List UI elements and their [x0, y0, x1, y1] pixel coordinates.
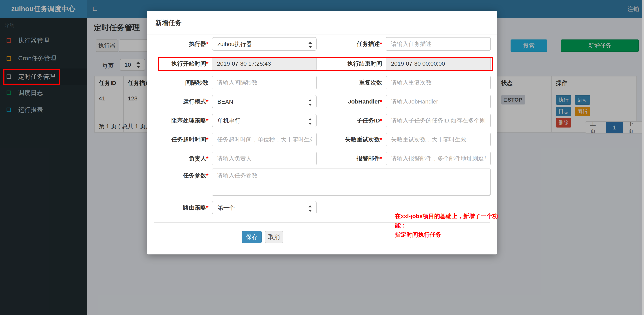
add-task-modal: 新增任务 执行器* zuihou执行器 任务描述* 执行开始时间* 执行结束时间… [147, 11, 497, 254]
run-mode-label: 运行模式* [154, 98, 212, 106]
timeout-input[interactable] [212, 133, 316, 146]
retry-input[interactable] [386, 133, 491, 146]
feature-note-line2: 指定时间执行任务 [395, 230, 503, 239]
run-mode-select[interactable]: BEAN [212, 95, 316, 108]
retry-label: 失败重试次数* [316, 136, 386, 144]
job-desc-input[interactable] [386, 37, 491, 51]
start-time-label: 执行开始时间* [154, 60, 212, 68]
route-strategy-select-wrap: 第一个 [212, 201, 316, 214]
browser-scrollbar[interactable] [642, 0, 644, 315]
start-time-input[interactable] [212, 57, 316, 70]
cancel-button[interactable]: 取消 [265, 231, 283, 243]
child-job-label: 子任务ID* [316, 117, 386, 125]
repeat-input[interactable] [386, 76, 491, 89]
feature-note: 在xxl-jobs项目的基础上，新增了一个功能： 指定时间执行任务 [395, 211, 503, 239]
job-param-label: 任务参数* [154, 169, 212, 196]
timeout-label: 任务超时时间* [154, 136, 212, 144]
executor-select-wrap: zuihou执行器 [212, 37, 316, 51]
owner-label: 负责人* [154, 155, 212, 163]
run-mode-select-wrap: BEAN [212, 95, 316, 108]
save-button[interactable]: 保存 [242, 231, 262, 243]
executor-select[interactable]: zuihou执行器 [212, 37, 316, 51]
modal-header: 新增任务 [147, 11, 497, 35]
job-handler-input[interactable] [386, 95, 491, 108]
modal-title: 新增任务 [155, 18, 182, 27]
job-param-textarea[interactable] [212, 169, 491, 196]
route-strategy-label: 路由策略* [154, 204, 212, 212]
repeat-label: 重复次数 [316, 79, 386, 87]
interval-label: 间隔秒数 [154, 79, 212, 87]
end-time-input[interactable] [386, 57, 491, 70]
job-handler-label: JobHandler* [316, 98, 386, 105]
route-strategy-select[interactable]: 第一个 [212, 201, 316, 214]
feature-note-line1: 在xxl-jobs项目的基础上，新增了一个功能： [395, 211, 503, 230]
block-strategy-label: 阻塞处理策略* [154, 117, 212, 125]
block-strategy-select[interactable]: 单机串行 [212, 114, 316, 127]
end-time-label: 执行结束时间 [316, 60, 386, 68]
child-job-input[interactable] [386, 114, 491, 127]
alarm-email-input[interactable] [386, 152, 491, 165]
alarm-email-label: 报警邮件* [316, 155, 386, 163]
block-strategy-select-wrap: 单机串行 [212, 114, 316, 127]
job-desc-label: 任务描述* [316, 40, 386, 48]
modal-footer-divider [154, 222, 490, 223]
executor-label: 执行器* [154, 40, 212, 48]
owner-input[interactable] [212, 152, 316, 165]
modal-footer: 保存 取消 [242, 231, 283, 243]
interval-input[interactable] [212, 76, 316, 89]
